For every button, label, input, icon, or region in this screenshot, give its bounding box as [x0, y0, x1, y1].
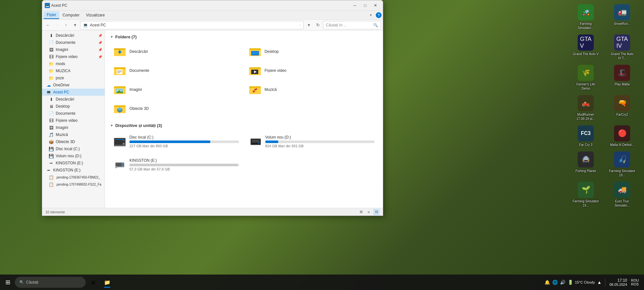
sidebar-item-acest-pc[interactable]: 💻 Acest PC [42, 89, 105, 96]
refresh-button[interactable]: ↻ [314, 21, 322, 29]
sidebar-item-muzica[interactable]: 📁 MUZICA [42, 67, 105, 74]
taskbar-tray: 🔔 🌐 🔊 🔋 15°C Cloudy ▲ 17:10 08.05.2024 R… [542, 278, 643, 286]
folder-descarcari[interactable]: Descărcări [110, 43, 243, 60]
view-details-button[interactable]: ≡ [365, 209, 372, 215]
help-button[interactable]: ? [376, 12, 382, 18]
desktop-icon-play-mafia[interactable]: 🎩 Play Mafia [608, 63, 637, 92]
sidebar-label-descarcari: Descărcări [56, 33, 74, 38]
address-bar[interactable]: 💻 Acest PC › [80, 21, 304, 29]
device-kingston-e[interactable]: KINGSTON (E:) 57,3 GB liber din 57,6 GB [110, 155, 242, 174]
desktop-icon-gta-v[interactable]: GTAV Grand The Auto V [571, 33, 600, 62]
expand-ribbon-button[interactable]: ▾ [367, 11, 374, 19]
desktop-pc-icon: 🖥 [49, 104, 54, 109]
folder-imagini[interactable]: Imagini [110, 81, 243, 98]
tray-battery-icon[interactable]: 🔋 [567, 279, 574, 285]
start-button[interactable]: ⊞ [1, 276, 14, 289]
svg-point-40 [258, 142, 260, 144]
folder-documente[interactable]: Documente [110, 62, 243, 79]
taskbar-search-box[interactable]: 🔍 Căutați [15, 277, 86, 288]
address-breadcrumb: Acest PC [90, 23, 106, 27]
folder-muzica[interactable]: Muzică [245, 81, 378, 98]
tray-clock[interactable]: 17:10 08.05.2024 [608, 278, 628, 286]
sidebar-item-poze[interactable]: 📁 poze [42, 74, 105, 82]
sidebar-item-kingston-e[interactable]: ━ KINGSTON (E:) [42, 160, 105, 167]
sidebar-item-kingston-e2[interactable]: ━ KINGSTON (E:) [42, 167, 105, 174]
view-icons-button[interactable]: ⊞ [358, 209, 364, 215]
device-name-volum-d: Volum nou (D:) [265, 135, 375, 140]
pin-icon-documente: 📌 [98, 41, 102, 44]
sidebar-item-obiecte-3d-pc[interactable]: 📦 Obiecte 3D [42, 138, 105, 145]
device-volum-d[interactable]: Volum nou (D:) 824 GB liber din 931 GB [246, 132, 378, 151]
menu-fisier[interactable]: Fișier [43, 11, 59, 19]
desktop-icon-mudrunner[interactable]: 🛻 MudRunner 17.09.19 pl... [571, 93, 600, 122]
device-bar-fill-disc-c [129, 140, 210, 143]
taskbar-task-view[interactable]: ⊞ [86, 276, 100, 289]
desktop-icon-fishing[interactable]: 🎣 Farming Simulator 19... [608, 150, 637, 179]
back-button[interactable]: ← [44, 21, 52, 29]
tray-notification-icon[interactable]: 🔔 [544, 279, 551, 285]
sidebar-item-onedrive[interactable]: ☁ OneDrive [42, 82, 105, 89]
taskbar-file-explorer[interactable]: 📁 [100, 276, 114, 289]
recent-button[interactable]: ▾ [71, 21, 79, 29]
sidebar-item-desktop-pc[interactable]: 🖥 Desktop [42, 103, 105, 110]
up-button[interactable]: ↑ [62, 21, 70, 29]
obiecte-3d-icon: 📦 [49, 139, 54, 144]
tray-language[interactable]: ROU ROS [631, 278, 639, 286]
desktop-icon-mafia-def[interactable]: 🔴 Mafia III Definit... [608, 124, 637, 149]
desktop-icon-snowrunner[interactable]: 🚛 SnowRun... [608, 3, 637, 32]
sidebar-item-fisiere-video-pc[interactable]: 🎞 Fișiere video [42, 117, 105, 124]
folder-name-desktop: Desktop [265, 49, 279, 54]
folder-name-imagini: Imagini [129, 87, 142, 92]
search-bar[interactable]: Căutați în ... 🔍 [323, 21, 381, 29]
sidebar-label-fisiere-video-pc: Fișiere video [56, 118, 78, 123]
sidebar-item-pending2[interactable]: 📋 .pending-1707498832-FS22_Fa [42, 181, 105, 188]
desktop-icon-farcry3[interactable]: FC3 Far Cry 3 [571, 124, 600, 149]
sidebar-label-desktop-pc: Desktop [56, 104, 70, 109]
desktop-icon-farming-sim[interactable]: 🚜 Farming Simulator... [571, 3, 600, 32]
maximize-button[interactable]: □ [360, 2, 370, 9]
sidebar-item-volum-d[interactable]: 💾 Volum nou (D:) [42, 152, 105, 160]
sidebar-item-imagini-pc[interactable]: 🖼 Imagini [42, 124, 105, 131]
forward-button[interactable]: → [53, 21, 61, 29]
sidebar-item-descarcari[interactable]: ⬇ Descărcări 📌 [42, 32, 105, 39]
menu-computer[interactable]: Computer [59, 12, 83, 19]
desktop-icon-gta-iv[interactable]: GTAIV Grand The Auto IV T... [608, 33, 637, 62]
sidebar-item-imagini[interactable]: 🖼 Imagini 📌 [42, 46, 105, 53]
sidebar-item-fisiere-video[interactable]: 🎞 Fișiere video 📌 [42, 53, 105, 60]
sidebar-item-mods[interactable]: 📁 mods [42, 60, 105, 67]
desktop-icon-euro-truck[interactable]: 🚚 Euro Truc Simulato... [608, 180, 637, 209]
title-bar: 💻 Acest PC ─ □ ✕ [42, 0, 383, 11]
devices-section-header[interactable]: ▼ Dispozitive și unități (3) [110, 123, 378, 128]
sidebar-item-descarcari-pc[interactable]: ⬇ Descărcări [42, 96, 105, 103]
sidebar-label-documente: Documente [56, 40, 75, 45]
sidebar-item-pending1[interactable]: 📋 .pending-1706367450-FBM22_ [42, 174, 105, 181]
menu-vizualizare[interactable]: Vizualizare [83, 12, 108, 19]
folders-section-header[interactable]: ▼ Foldere (7) [110, 34, 378, 39]
desktop-icon-farming-19[interactable]: 🌱 Farming Simulator 19... [571, 180, 600, 209]
folders-chevron: ▼ [110, 35, 113, 39]
tray-volume-icon[interactable]: 🔊 [560, 279, 566, 285]
svg-rect-44 [122, 164, 124, 166]
folder-obiecte-3d[interactable]: Obiecte 3D [110, 100, 243, 117]
tray-chevron-icon[interactable]: ▲ [596, 279, 602, 285]
folder-fisiere-video[interactable]: Fișiere video [245, 62, 378, 79]
tray-network-icon[interactable]: 🌐 [552, 279, 558, 285]
dropdown-address-button[interactable]: ▾ [305, 21, 313, 29]
folder-icon-imagini [113, 84, 126, 95]
view-content-button[interactable]: ⊟ [373, 209, 380, 215]
sidebar-item-documente[interactable]: 📄 Documente 📌 [42, 39, 105, 46]
close-button[interactable]: ✕ [371, 2, 380, 9]
desktop-icon-farcry2[interactable]: 🔫 FarCry2 [608, 93, 637, 122]
sidebar-item-disc-c[interactable]: 💾 Disc local (C:) [42, 145, 105, 152]
sidebar-item-muzica-pc[interactable]: 🎵 Muzică [42, 131, 105, 138]
device-disc-c[interactable]: Disc local (C:) 227 GB liber din 893 GB [110, 132, 242, 151]
folder-desktop[interactable]: Desktop [245, 43, 378, 60]
desktop-icon-farmers-life[interactable]: 🌾 Farmer's Life Demo [571, 63, 600, 92]
window-title: Acest PC [51, 3, 67, 8]
sidebar-label-kingston-e: KINGSTON (E:) [56, 161, 83, 165]
sidebar-label-imagini-pc: Imagini [56, 125, 68, 130]
desktop-icon-contraband[interactable]: 🚔 Fishing Planet [571, 150, 600, 179]
sidebar-item-documente-pc[interactable]: 📄 Documente [42, 110, 105, 117]
descarcari-icon: ⬇ [49, 33, 54, 38]
minimize-button[interactable]: ─ [350, 2, 360, 9]
